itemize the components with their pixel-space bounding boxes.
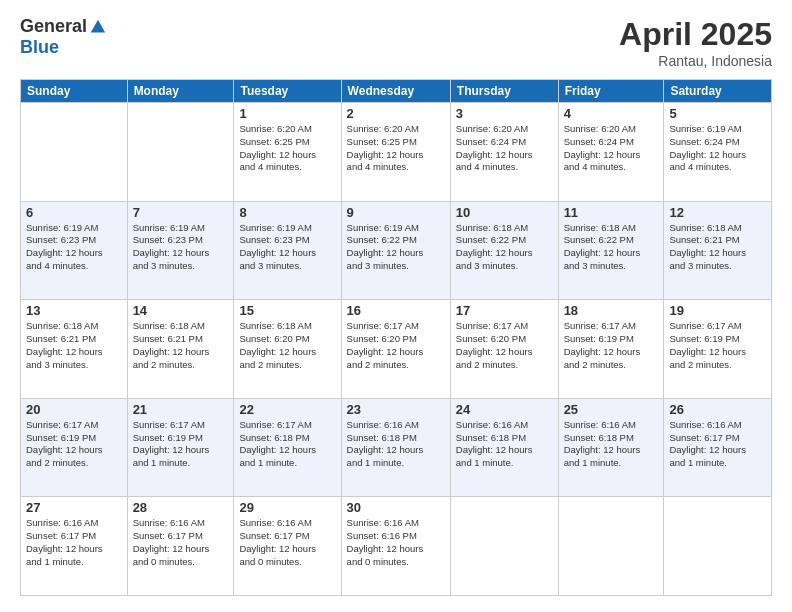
table-row: 20Sunrise: 6:17 AM Sunset: 6:19 PM Dayli… <box>21 398 128 497</box>
day-info: Sunrise: 6:18 AM Sunset: 6:21 PM Dayligh… <box>26 320 122 371</box>
day-number: 21 <box>133 402 229 417</box>
table-row: 14Sunrise: 6:18 AM Sunset: 6:21 PM Dayli… <box>127 300 234 399</box>
day-info: Sunrise: 6:17 AM Sunset: 6:19 PM Dayligh… <box>26 419 122 470</box>
calendar-week-row: 6Sunrise: 6:19 AM Sunset: 6:23 PM Daylig… <box>21 201 772 300</box>
table-row: 11Sunrise: 6:18 AM Sunset: 6:22 PM Dayli… <box>558 201 664 300</box>
subtitle: Rantau, Indonesia <box>619 53 772 69</box>
table-row: 15Sunrise: 6:18 AM Sunset: 6:20 PM Dayli… <box>234 300 341 399</box>
svg-marker-0 <box>91 19 105 32</box>
day-number: 11 <box>564 205 659 220</box>
header: General Blue April 2025 Rantau, Indonesi… <box>20 16 772 69</box>
col-friday: Friday <box>558 80 664 103</box>
day-number: 13 <box>26 303 122 318</box>
day-info: Sunrise: 6:16 AM Sunset: 6:16 PM Dayligh… <box>347 517 445 568</box>
calendar-week-row: 27Sunrise: 6:16 AM Sunset: 6:17 PM Dayli… <box>21 497 772 596</box>
table-row: 4Sunrise: 6:20 AM Sunset: 6:24 PM Daylig… <box>558 103 664 202</box>
day-info: Sunrise: 6:18 AM Sunset: 6:21 PM Dayligh… <box>669 222 766 273</box>
col-saturday: Saturday <box>664 80 772 103</box>
day-info: Sunrise: 6:17 AM Sunset: 6:20 PM Dayligh… <box>347 320 445 371</box>
table-row: 17Sunrise: 6:17 AM Sunset: 6:20 PM Dayli… <box>450 300 558 399</box>
day-info: Sunrise: 6:17 AM Sunset: 6:19 PM Dayligh… <box>133 419 229 470</box>
day-info: Sunrise: 6:19 AM Sunset: 6:23 PM Dayligh… <box>239 222 335 273</box>
table-row: 18Sunrise: 6:17 AM Sunset: 6:19 PM Dayli… <box>558 300 664 399</box>
table-row: 23Sunrise: 6:16 AM Sunset: 6:18 PM Dayli… <box>341 398 450 497</box>
calendar-table: Sunday Monday Tuesday Wednesday Thursday… <box>20 79 772 596</box>
day-info: Sunrise: 6:16 AM Sunset: 6:18 PM Dayligh… <box>456 419 553 470</box>
day-number: 2 <box>347 106 445 121</box>
table-row: 8Sunrise: 6:19 AM Sunset: 6:23 PM Daylig… <box>234 201 341 300</box>
table-row: 21Sunrise: 6:17 AM Sunset: 6:19 PM Dayli… <box>127 398 234 497</box>
day-number: 9 <box>347 205 445 220</box>
day-info: Sunrise: 6:19 AM Sunset: 6:23 PM Dayligh… <box>133 222 229 273</box>
page: General Blue April 2025 Rantau, Indonesi… <box>0 0 792 612</box>
day-info: Sunrise: 6:16 AM Sunset: 6:17 PM Dayligh… <box>26 517 122 568</box>
day-info: Sunrise: 6:18 AM Sunset: 6:22 PM Dayligh… <box>564 222 659 273</box>
table-row: 22Sunrise: 6:17 AM Sunset: 6:18 PM Dayli… <box>234 398 341 497</box>
day-info: Sunrise: 6:19 AM Sunset: 6:24 PM Dayligh… <box>669 123 766 174</box>
col-tuesday: Tuesday <box>234 80 341 103</box>
table-row: 10Sunrise: 6:18 AM Sunset: 6:22 PM Dayli… <box>450 201 558 300</box>
table-row: 5Sunrise: 6:19 AM Sunset: 6:24 PM Daylig… <box>664 103 772 202</box>
day-number: 18 <box>564 303 659 318</box>
day-info: Sunrise: 6:16 AM Sunset: 6:17 PM Dayligh… <box>133 517 229 568</box>
table-row: 7Sunrise: 6:19 AM Sunset: 6:23 PM Daylig… <box>127 201 234 300</box>
day-info: Sunrise: 6:20 AM Sunset: 6:25 PM Dayligh… <box>347 123 445 174</box>
col-wednesday: Wednesday <box>341 80 450 103</box>
day-number: 12 <box>669 205 766 220</box>
table-row <box>21 103 128 202</box>
day-number: 26 <box>669 402 766 417</box>
table-row: 29Sunrise: 6:16 AM Sunset: 6:17 PM Dayli… <box>234 497 341 596</box>
logo: General Blue <box>20 16 107 58</box>
table-row: 9Sunrise: 6:19 AM Sunset: 6:22 PM Daylig… <box>341 201 450 300</box>
logo-general: General <box>20 16 87 37</box>
col-sunday: Sunday <box>21 80 128 103</box>
day-info: Sunrise: 6:18 AM Sunset: 6:21 PM Dayligh… <box>133 320 229 371</box>
table-row <box>664 497 772 596</box>
day-info: Sunrise: 6:20 AM Sunset: 6:24 PM Dayligh… <box>564 123 659 174</box>
table-row: 12Sunrise: 6:18 AM Sunset: 6:21 PM Dayli… <box>664 201 772 300</box>
table-row: 19Sunrise: 6:17 AM Sunset: 6:19 PM Dayli… <box>664 300 772 399</box>
day-number: 8 <box>239 205 335 220</box>
table-row <box>127 103 234 202</box>
day-number: 3 <box>456 106 553 121</box>
day-number: 10 <box>456 205 553 220</box>
table-row <box>450 497 558 596</box>
table-row: 13Sunrise: 6:18 AM Sunset: 6:21 PM Dayli… <box>21 300 128 399</box>
table-row: 2Sunrise: 6:20 AM Sunset: 6:25 PM Daylig… <box>341 103 450 202</box>
day-number: 16 <box>347 303 445 318</box>
calendar-week-row: 13Sunrise: 6:18 AM Sunset: 6:21 PM Dayli… <box>21 300 772 399</box>
day-number: 5 <box>669 106 766 121</box>
day-info: Sunrise: 6:17 AM Sunset: 6:18 PM Dayligh… <box>239 419 335 470</box>
table-row: 24Sunrise: 6:16 AM Sunset: 6:18 PM Dayli… <box>450 398 558 497</box>
main-title: April 2025 <box>619 16 772 53</box>
day-info: Sunrise: 6:16 AM Sunset: 6:18 PM Dayligh… <box>564 419 659 470</box>
table-row: 3Sunrise: 6:20 AM Sunset: 6:24 PM Daylig… <box>450 103 558 202</box>
day-number: 23 <box>347 402 445 417</box>
day-info: Sunrise: 6:17 AM Sunset: 6:20 PM Dayligh… <box>456 320 553 371</box>
col-thursday: Thursday <box>450 80 558 103</box>
calendar-header-row: Sunday Monday Tuesday Wednesday Thursday… <box>21 80 772 103</box>
table-row: 30Sunrise: 6:16 AM Sunset: 6:16 PM Dayli… <box>341 497 450 596</box>
logo-blue-text: Blue <box>20 37 59 57</box>
table-row <box>558 497 664 596</box>
day-number: 6 <box>26 205 122 220</box>
table-row: 28Sunrise: 6:16 AM Sunset: 6:17 PM Dayli… <box>127 497 234 596</box>
day-number: 25 <box>564 402 659 417</box>
day-number: 1 <box>239 106 335 121</box>
day-number: 4 <box>564 106 659 121</box>
table-row: 25Sunrise: 6:16 AM Sunset: 6:18 PM Dayli… <box>558 398 664 497</box>
day-info: Sunrise: 6:18 AM Sunset: 6:22 PM Dayligh… <box>456 222 553 273</box>
day-number: 30 <box>347 500 445 515</box>
day-number: 15 <box>239 303 335 318</box>
title-block: April 2025 Rantau, Indonesia <box>619 16 772 69</box>
day-info: Sunrise: 6:16 AM Sunset: 6:17 PM Dayligh… <box>669 419 766 470</box>
day-info: Sunrise: 6:19 AM Sunset: 6:22 PM Dayligh… <box>347 222 445 273</box>
day-info: Sunrise: 6:20 AM Sunset: 6:24 PM Dayligh… <box>456 123 553 174</box>
table-row: 27Sunrise: 6:16 AM Sunset: 6:17 PM Dayli… <box>21 497 128 596</box>
logo-icon <box>89 18 107 36</box>
day-number: 17 <box>456 303 553 318</box>
day-number: 19 <box>669 303 766 318</box>
table-row: 6Sunrise: 6:19 AM Sunset: 6:23 PM Daylig… <box>21 201 128 300</box>
table-row: 16Sunrise: 6:17 AM Sunset: 6:20 PM Dayli… <box>341 300 450 399</box>
table-row: 26Sunrise: 6:16 AM Sunset: 6:17 PM Dayli… <box>664 398 772 497</box>
